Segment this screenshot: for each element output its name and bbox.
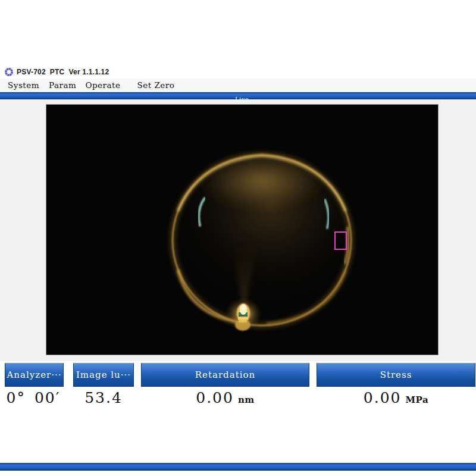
app-icon (4, 67, 14, 77)
menu-item-operate[interactable]: Operate (85, 80, 120, 90)
stress-value: 0.00MPa (317, 388, 475, 408)
image-lum-button[interactable]: Image lu··· (73, 363, 134, 387)
camera-image (46, 105, 438, 355)
bottom-status-bar (0, 463, 476, 471)
image-lum-value: 53.4 (73, 388, 134, 408)
camera-viewport[interactable] (46, 104, 439, 355)
image-lum-value-text: 53.4 (84, 389, 123, 406)
stress-unit: MPa (405, 394, 428, 405)
retardation-value-text: 0.00 (196, 389, 234, 406)
title-bar: PSV-702 PTC Ver 1.1.1.12 (0, 65, 476, 79)
menu-item-param[interactable]: Param (49, 80, 76, 90)
window-title: PSV-702 PTC Ver 1.1.1.12 (17, 67, 109, 77)
retardation-unit: nm (238, 394, 255, 405)
analyzer-button[interactable]: Analyzer··· (5, 363, 64, 387)
glass-gob (173, 148, 351, 325)
analyzer-value-text: 0° 00′ (7, 389, 61, 406)
stress-value-text: 0.00 (364, 389, 402, 406)
menu-bar: System Param Operate Set Zero (0, 79, 476, 92)
live-status-bar: Live (0, 92, 476, 99)
menu-item-system[interactable]: System (8, 80, 39, 90)
flame-spot (223, 296, 264, 332)
stress-button[interactable]: Stress (317, 363, 475, 387)
camera-stage (0, 100, 476, 361)
analyzer-value: 0° 00′ (0, 388, 67, 408)
retardation-value: 0.00nm (141, 388, 309, 408)
retardation-button[interactable]: Retardation (141, 363, 309, 387)
menu-item-set-zero[interactable]: Set Zero (137, 80, 175, 90)
